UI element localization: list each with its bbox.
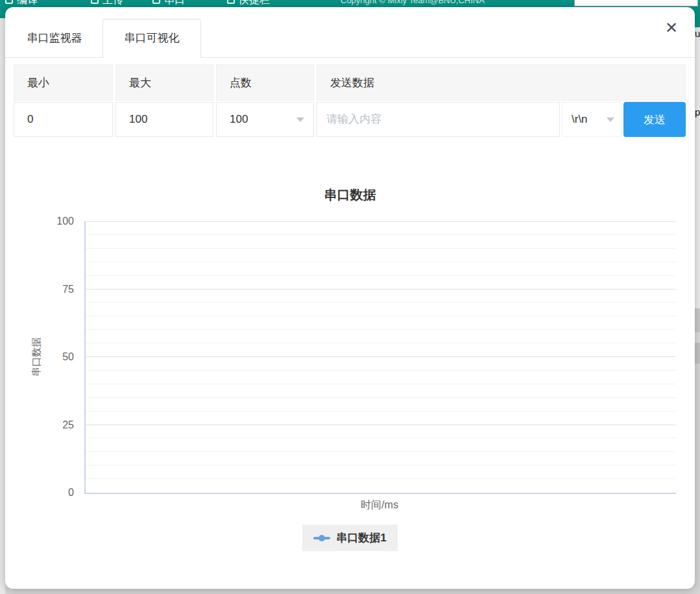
gridline (86, 316, 676, 316)
max-input[interactable]: 100 (115, 102, 213, 137)
header-points: 点数 (216, 64, 314, 101)
page-background-right (695, 343, 700, 364)
gridline (86, 234, 676, 235)
toolbar-item-label: 上传 (103, 0, 123, 7)
gridline (86, 411, 676, 412)
serial-dialog: 串口监视器 串口可视化 ✕ 最小 最大 点数 发送数据 0 100 100 \r… (5, 7, 695, 589)
serial-icon (152, 0, 160, 4)
x-axis-title: 时间/ms (84, 499, 675, 512)
gridline (86, 384, 676, 384)
header-min: 最小 (14, 64, 113, 101)
tab-serial-visualization[interactable]: 串口可视化 (103, 19, 201, 58)
form-input-row: 0 100 100 \r\n 发送 (14, 102, 686, 137)
gridline (86, 451, 676, 452)
point-marker-icon (319, 535, 325, 541)
close-icon[interactable]: ✕ (665, 20, 678, 36)
compile-icon (5, 0, 13, 4)
gridline (86, 221, 676, 222)
tab-serial-monitor[interactable]: 串口监视器 (6, 19, 103, 57)
line-ending-select[interactable]: \r\n (562, 102, 622, 137)
page-background-right (695, 308, 700, 332)
toolbar-item-upload[interactable]: 上传 (91, 0, 123, 7)
toolbar-item-shortcutbar[interactable]: 快捷栏 (227, 0, 270, 7)
gridline (86, 289, 676, 290)
toolbar-item-label: 编译 (17, 0, 38, 7)
y-axis-labels: 0255075100 (31, 221, 74, 493)
chevron-down-icon (296, 118, 304, 122)
gridline (86, 478, 676, 479)
gridline (86, 465, 676, 465)
gridline (86, 302, 676, 303)
points-select-value: 100 (230, 113, 248, 126)
send-data-input[interactable] (317, 102, 560, 137)
chart-legend: 串口数据1 (5, 525, 695, 551)
gridline (86, 248, 676, 249)
line-ending-value: \r\n (572, 113, 588, 126)
send-group: \r\n 发送 (317, 102, 686, 137)
gridline (86, 262, 676, 262)
y-axis-tick: 25 (31, 419, 74, 432)
gridline (86, 343, 676, 343)
page-background-right (695, 364, 700, 594)
gridline (86, 356, 676, 357)
upload-icon (91, 0, 99, 4)
background-text-fragment: p (695, 106, 700, 118)
board-selector[interactable]: Arduino/Genuino (574, 0, 698, 6)
copyright-text: Copyright © Mixly Team@BNU,CHINA (341, 0, 485, 7)
gridline (86, 275, 676, 276)
toolbar-item-compile[interactable]: 编译 (5, 0, 38, 7)
min-input[interactable]: 0 (14, 102, 113, 137)
send-button[interactable]: 发送 (623, 102, 686, 137)
plot-area (84, 221, 676, 494)
chart-title: 串口数据 (5, 186, 695, 204)
legend-item-series1[interactable]: 串口数据1 (302, 525, 397, 551)
gridline (86, 370, 676, 371)
toolbar-item-serial[interactable]: 串口 (152, 0, 185, 7)
page-background-right: u p (695, 27, 700, 308)
points-select[interactable]: 100 (216, 102, 314, 137)
gridline (86, 438, 676, 438)
gridline (86, 329, 676, 330)
page-background-right (695, 332, 700, 343)
legend-label: 串口数据1 (336, 530, 386, 545)
y-axis-tick: 0 (31, 486, 74, 499)
header-max: 最大 (115, 64, 213, 101)
chevron-down-icon (607, 118, 614, 122)
line-marker-icon (313, 537, 330, 539)
gridline (86, 425, 676, 425)
toolbar-item-label: 快捷栏 (239, 0, 270, 7)
gridline (86, 397, 676, 398)
form-header-row: 最小 最大 点数 发送数据 (14, 64, 686, 101)
y-axis-tick: 100 (31, 215, 74, 228)
toolbar-item-label: 串口 (164, 0, 185, 7)
y-axis-tick: 50 (31, 351, 74, 364)
page-background-left (0, 18, 5, 594)
shortcutbar-icon (227, 0, 235, 4)
header-send-data: 发送数据 (317, 64, 686, 101)
background-text-fragment: u (695, 28, 700, 39)
y-axis-tick: 75 (31, 283, 74, 296)
